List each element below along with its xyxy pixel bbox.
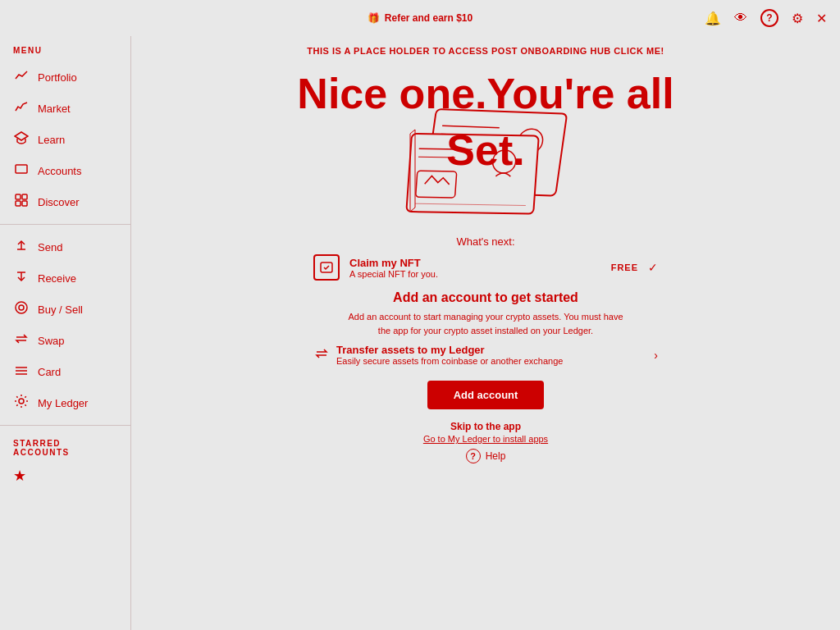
nft-claim-text: Claim my NFT A special NFT for you. bbox=[349, 257, 601, 279]
nft-claim-subtitle: A special NFT for you. bbox=[349, 269, 601, 279]
svg-rect-2 bbox=[16, 194, 21, 199]
top-bar: 🎁 Refer and earn $10 🔔 👁 ? ⚙ ✕ bbox=[0, 0, 840, 36]
help-circle-icon: ? bbox=[466, 449, 481, 463]
hero-section: Nice one.You're all bbox=[148, 62, 824, 463]
help-circle-icon[interactable]: ? bbox=[760, 9, 778, 27]
svg-point-10 bbox=[16, 302, 27, 313]
send-icon bbox=[13, 238, 30, 256]
close-icon[interactable]: ✕ bbox=[816, 11, 827, 26]
starred-accounts-label: STARRED ACCOUNTS bbox=[0, 432, 130, 460]
transfer-content: Transfer assets to my Ledger Easily secu… bbox=[336, 344, 647, 366]
sidebar-menu-label: MENU bbox=[0, 46, 130, 62]
sidebar-item-myledger[interactable]: My Ledger bbox=[0, 387, 130, 418]
card-icon bbox=[13, 363, 30, 381]
sidebar-label-accounts: Accounts bbox=[38, 165, 81, 177]
referral-icon: 🎁 bbox=[368, 12, 380, 24]
nft-claim-row[interactable]: Claim my NFT A special NFT for you. FREE… bbox=[313, 254, 658, 281]
svg-point-11 bbox=[19, 305, 24, 310]
add-account-desc1: Add an account to start managing your cr… bbox=[348, 310, 623, 324]
sidebar-label-discover: Discover bbox=[38, 196, 80, 208]
referral-banner[interactable]: 🎁 Refer and earn $10 bbox=[368, 12, 472, 24]
starred-accounts-star: ★ bbox=[0, 460, 130, 491]
discover-icon bbox=[13, 193, 30, 211]
skip-link[interactable]: Skip to the app bbox=[450, 421, 521, 432]
sidebar-item-card[interactable]: Card bbox=[0, 356, 130, 387]
app-layout: MENU Portfolio Market bbox=[0, 36, 840, 630]
hero-title-line2: Set. bbox=[371, 126, 600, 175]
help-row[interactable]: ? Help bbox=[466, 449, 506, 463]
nft-claim-title: Claim my NFT bbox=[349, 257, 601, 269]
eye-icon[interactable]: 👁 bbox=[734, 11, 747, 25]
portfolio-icon bbox=[13, 68, 30, 86]
myledger-icon bbox=[13, 394, 30, 412]
receive-icon bbox=[13, 269, 30, 287]
transfer-row[interactable]: Transfer assets to my Ledger Easily secu… bbox=[313, 344, 658, 366]
sidebar-label-send: Send bbox=[38, 241, 62, 253]
nft-check-icon: ✓ bbox=[648, 261, 658, 274]
svg-rect-3 bbox=[22, 194, 27, 199]
sidebar-item-portfolio[interactable]: Portfolio bbox=[0, 62, 130, 93]
sidebar-label-swap: Swap bbox=[38, 335, 65, 347]
sidebar-divider bbox=[0, 224, 130, 225]
sidebar-item-receive[interactable]: Receive bbox=[0, 262, 130, 294]
sidebar-item-learn[interactable]: Learn bbox=[0, 124, 130, 155]
sidebar-label-buysell: Buy / Sell bbox=[38, 304, 83, 316]
go-to-ledger-link[interactable]: Go to My Ledger to install apps bbox=[423, 434, 548, 444]
learn-icon bbox=[13, 130, 30, 148]
sidebar-item-discover[interactable]: Discover bbox=[0, 186, 130, 217]
svg-point-15 bbox=[19, 399, 24, 404]
sidebar-label-card: Card bbox=[38, 366, 61, 378]
sidebar-label-portfolio: Portfolio bbox=[38, 71, 77, 84]
nft-icon bbox=[313, 254, 340, 281]
svg-rect-1 bbox=[16, 165, 27, 173]
whats-next-label: What's next: bbox=[456, 235, 514, 248]
svg-rect-5 bbox=[22, 201, 27, 206]
sidebar-item-market[interactable]: Market bbox=[0, 93, 130, 124]
sidebar-label-learn: Learn bbox=[38, 134, 65, 146]
sidebar-item-swap[interactable]: Swap bbox=[0, 325, 130, 356]
transfer-icon bbox=[313, 345, 330, 364]
sidebar-label-receive: Receive bbox=[38, 272, 76, 285]
transfer-chevron-icon: › bbox=[654, 349, 658, 362]
buysell-icon bbox=[13, 300, 30, 318]
svg-rect-4 bbox=[16, 201, 21, 206]
sidebar-divider-2 bbox=[0, 425, 130, 426]
sidebar: MENU Portfolio Market bbox=[0, 36, 131, 630]
placeholder-bar[interactable]: THIS IS A PLACE HOLDER TO ACCESS POST ON… bbox=[148, 36, 824, 62]
add-account-desc2: the app for your crypto asset installed … bbox=[348, 324, 623, 338]
transfer-subtitle: Easily secure assets from coinbase or an… bbox=[336, 356, 647, 366]
sidebar-item-buysell[interactable]: Buy / Sell bbox=[0, 294, 130, 325]
nft-illustration: Set. bbox=[371, 101, 600, 232]
add-account-title: Add an account to get started bbox=[348, 290, 623, 305]
nft-badge: FREE bbox=[611, 262, 638, 272]
add-account-button[interactable]: Add account bbox=[427, 381, 545, 409]
add-account-section: Add an account to get started Add an acc… bbox=[348, 290, 623, 337]
sidebar-label-market: Market bbox=[38, 103, 71, 115]
top-bar-actions: 🔔 👁 ? ⚙ ✕ bbox=[705, 9, 827, 27]
referral-text: Refer and earn $10 bbox=[385, 12, 472, 24]
market-icon bbox=[13, 99, 30, 117]
main-content: THIS IS A PLACE HOLDER TO ACCESS POST ON… bbox=[131, 36, 840, 630]
sidebar-item-send[interactable]: Send bbox=[0, 231, 130, 262]
transfer-title: Transfer assets to my Ledger bbox=[336, 344, 647, 356]
sidebar-item-accounts[interactable]: Accounts bbox=[0, 155, 130, 186]
bell-icon[interactable]: 🔔 bbox=[705, 11, 721, 26]
settings-icon[interactable]: ⚙ bbox=[792, 11, 803, 26]
sidebar-label-myledger: My Ledger bbox=[38, 397, 88, 409]
accounts-icon bbox=[13, 162, 30, 180]
swap-icon bbox=[13, 331, 30, 349]
help-label: Help bbox=[486, 450, 506, 462]
